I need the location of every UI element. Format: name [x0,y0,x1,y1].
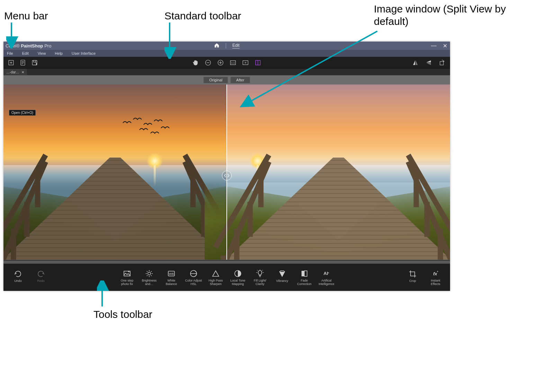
crop-icon [408,269,417,278]
menu-bar: File Edit View Help User Interface [3,50,450,57]
svg-line-65 [257,270,258,270]
svg-line-56 [151,271,152,272]
zoom-in-button[interactable] [216,59,225,67]
standard-toolbar: 1:1 [3,57,450,69]
split-handle-icon[interactable] [222,171,232,180]
svg-line-54 [147,271,147,272]
wb-icon: WB [167,269,176,278]
redo-button: Redo [31,269,51,286]
zoom-out-button[interactable] [204,59,212,67]
ai-button[interactable]: AI Artifical Intelligence [317,269,336,286]
white-balance-button[interactable]: WB White Balance [162,269,181,286]
svg-rect-67 [302,271,304,276]
split-square-icon [300,269,309,278]
bulb-icon [255,269,264,278]
svg-text:fx: fx [433,271,437,276]
svg-rect-68 [304,271,307,276]
svg-text:1:1: 1:1 [231,61,235,64]
menu-user-interface[interactable]: User Interface [72,51,96,55]
fill-light-button[interactable]: Fill Light/ Clarity [250,269,270,286]
fit-window-button[interactable] [241,59,250,67]
split-view-button[interactable] [254,59,262,67]
callout-image-window: Image window (Split View by default) [374,3,523,28]
image-window[interactable] [3,84,450,260]
menu-edit[interactable]: Edit [22,51,29,55]
crop-button[interactable]: Crop [403,269,422,286]
ai-icon: AI [322,269,331,278]
open-button[interactable] [19,59,27,67]
save-button[interactable] [30,59,39,67]
label-after: After [231,77,250,83]
high-pass-button[interactable]: High Pass Sharpen [206,269,225,286]
fx-icon: fx [431,269,440,278]
divider [226,43,226,48]
new-button[interactable] [7,59,15,67]
svg-line-57 [147,275,147,276]
callout-menu-bar: Menu bar [4,10,48,22]
rotate-button[interactable] [438,59,446,67]
label-original: Original [204,77,228,83]
birds-icon [119,116,182,144]
app-window: Corel® PaintShop Pro Edit — ✕ File Edit … [3,42,450,291]
callout-standard-toolbar: Standard toolbar [164,10,241,22]
svg-text:AI: AI [324,271,328,276]
pan-icon[interactable] [191,59,200,67]
svg-rect-48 [124,271,130,276]
svg-text:WB: WB [169,272,174,276]
tools-toolbar: Undo Redo One step photo fix Brightness … [3,264,450,291]
brightness-button[interactable]: Brightness and… [140,269,159,286]
svg-point-49 [148,272,151,275]
titlebar: Corel® PaintShop Pro Edit — ✕ [3,42,450,50]
photo-icon [123,269,132,278]
instant-effects-button[interactable]: fx Instant Effects [426,269,445,286]
svg-line-55 [151,275,152,276]
color-hsl-button[interactable]: Color Adjust HSL [184,269,203,286]
actual-size-button[interactable]: 1:1 [229,59,237,67]
flip-horizontal-icon[interactable] [411,59,420,67]
flip-vertical-icon[interactable] [424,59,433,67]
vibrancy-button[interactable]: Vibrancy [272,269,292,286]
menu-file[interactable]: File [7,51,13,55]
close-button[interactable]: ✕ [443,43,447,49]
tooltip: Open (Ctrl+O) [9,110,36,116]
callout-tools-toolbar: Tools toolbar [93,308,152,321]
svg-rect-19 [243,61,248,65]
canvas-area: Original After [3,75,450,264]
home-icon[interactable] [214,43,219,49]
one-step-fix-button[interactable]: One step photo fix [117,269,137,286]
local-tone-button[interactable]: Local Tone Mapping [228,269,248,286]
close-tab-icon[interactable]: ✕ [21,70,24,74]
document-tab-label: …-dar… [6,70,19,74]
svg-point-20 [245,62,246,63]
minimize-button[interactable]: — [431,43,437,49]
image-after [227,84,450,260]
triangle-icon [211,269,220,278]
svg-rect-23 [440,61,443,65]
redo-icon [36,269,45,278]
color-wheel-icon [189,269,198,278]
menu-help[interactable]: Help [55,51,63,55]
brand: Corel® PaintShop Pro [6,43,51,48]
svg-line-66 [262,270,263,270]
half-circle-icon [233,269,242,278]
split-labels: Original After [3,75,450,84]
fade-correction-button[interactable]: Fade Correction [295,269,314,286]
horizontal-scrollbar[interactable] [3,260,450,264]
brightness-icon [145,269,154,278]
tab-edit[interactable]: Edit [232,43,240,48]
undo-button[interactable]: Undo [8,269,28,286]
image-original [3,84,227,260]
diamond-icon [278,269,287,278]
document-tabs: …-dar… ✕ [3,69,450,75]
document-tab[interactable]: …-dar… ✕ [3,69,27,75]
undo-icon [14,269,23,278]
menu-view[interactable]: View [38,51,46,55]
